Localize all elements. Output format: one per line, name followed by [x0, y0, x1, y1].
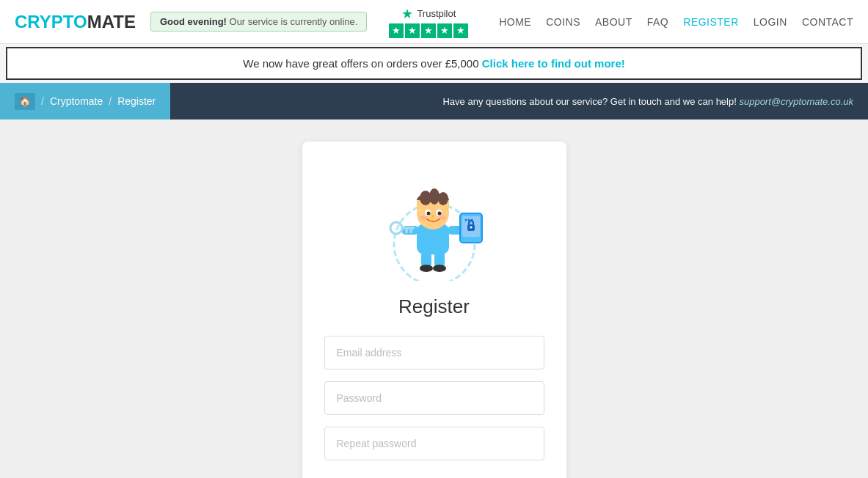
nav-home[interactable]: HOME — [499, 16, 531, 28]
tp-star-1: ★ — [389, 23, 404, 38]
breadcrumb: 🏠 / Cryptomate / Register — [0, 83, 170, 120]
repeat-password-field-wrapper — [324, 427, 544, 460]
svg-rect-9 — [409, 229, 412, 233]
svg-point-23 — [429, 188, 440, 205]
email-input[interactable] — [324, 336, 544, 369]
svg-point-29 — [420, 216, 427, 220]
svg-point-4 — [433, 265, 446, 272]
trustpilot-widget: ★ Trustpilot ★ ★ ★ ★ ★ — [389, 6, 468, 38]
home-icon: 🏠 — [15, 93, 35, 110]
tp-star-2: ★ — [405, 23, 420, 38]
svg-rect-8 — [401, 227, 415, 229]
banner-link[interactable]: Click here to find out more! — [482, 57, 625, 70]
trustpilot-label: Trustpilot — [417, 8, 456, 19]
main-content: Register — [0, 120, 868, 478]
register-card: Register — [302, 141, 566, 478]
site-logo[interactable]: CRYPTOMATE — [15, 12, 136, 32]
svg-rect-10 — [405, 229, 408, 233]
status-badge: Good evening! Our service is currently o… — [150, 12, 367, 32]
register-illustration — [361, 163, 508, 281]
nav-coins[interactable]: COINS — [546, 16, 580, 28]
banner-text: We now have great offers on orders over … — [243, 57, 481, 70]
status-greeting: Good evening! — [160, 16, 227, 27]
svg-point-16 — [464, 219, 467, 221]
svg-point-18 — [470, 219, 473, 221]
svg-point-15 — [470, 227, 472, 229]
tp-star-4: ★ — [437, 23, 452, 38]
password-field-wrapper — [324, 381, 544, 415]
tp-star-3: ★ — [421, 23, 436, 38]
trustpilot-star-icon: ★ — [401, 6, 413, 22]
promo-banner: We now have great offers on orders over … — [6, 47, 862, 80]
nav-register[interactable]: REGISTER — [683, 16, 739, 28]
status-text: Our service is currently online. — [230, 16, 358, 27]
svg-point-27 — [426, 212, 430, 216]
trustpilot-stars: ★ ★ ★ ★ ★ — [389, 23, 468, 38]
breadcrumb-sep-1: / — [41, 95, 44, 107]
support-message: Have any questions about our service? Ge… — [442, 96, 739, 107]
site-header: CRYPTOMATE Good evening! Our service is … — [0, 0, 868, 44]
logo-mate: MATE — [87, 12, 136, 32]
svg-point-3 — [420, 265, 433, 272]
breadcrumb-bar: 🏠 / Cryptomate / Register Have any quest… — [0, 83, 868, 120]
password-input[interactable] — [324, 381, 544, 415]
support-email: support@cryptomate.co.uk — [739, 96, 853, 107]
svg-point-24 — [438, 192, 448, 205]
logo-crypto: CRYPTO — [15, 12, 87, 32]
svg-point-17 — [467, 219, 470, 221]
email-field-wrapper — [324, 336, 544, 369]
breadcrumb-sep-2: / — [109, 95, 112, 107]
support-text: Have any questions about our service? Ge… — [442, 96, 868, 107]
repeat-password-input[interactable] — [324, 427, 544, 460]
nav-about[interactable]: ABOUT — [595, 16, 632, 28]
nav-faq[interactable]: FAQ — [647, 16, 669, 28]
breadcrumb-current: Register — [117, 95, 156, 107]
breadcrumb-home-link[interactable]: Cryptomate — [50, 95, 103, 107]
nav-login[interactable]: LOGIN — [754, 16, 787, 28]
main-nav: HOME COINS ABOUT FAQ REGISTER LOGIN CONT… — [499, 16, 853, 28]
svg-point-31 — [431, 215, 434, 218]
nav-contact[interactable]: CONTACT — [802, 16, 853, 28]
svg-point-28 — [437, 212, 441, 216]
tp-star-5: ★ — [453, 23, 468, 38]
trustpilot-title: ★ Trustpilot — [401, 6, 456, 22]
register-title: Register — [398, 295, 470, 318]
